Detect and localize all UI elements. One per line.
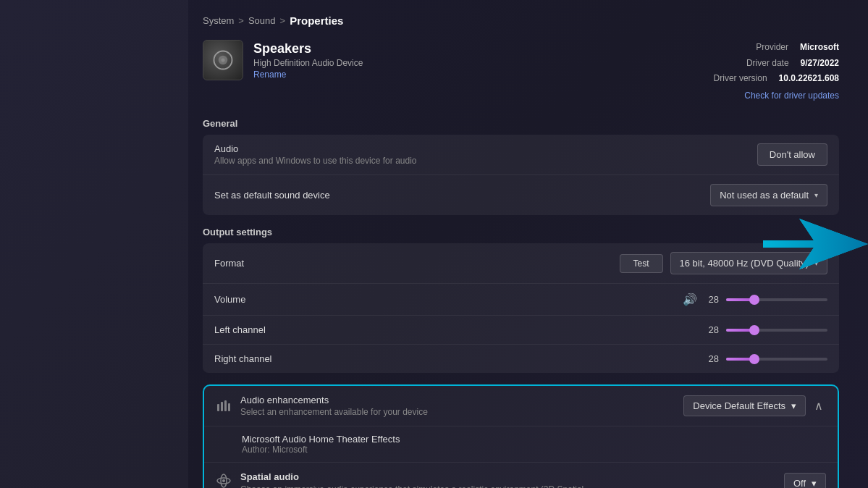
right-channel-slider[interactable] [726,358,827,361]
speaker-icon [212,49,234,71]
enh-sub-item: Microsoft Audio Home Theater Effects Aut… [204,426,838,463]
format-row: Format Test 16 bit, 48000 Hz (DVD Qualit… [203,243,839,284]
spatial-audio-icon [216,473,232,488]
volume-value: 28 [704,294,719,305]
device-subtitle: High Definition Audio Device [253,58,363,68]
spatial-off-dropdown[interactable]: Off ▾ [784,473,826,488]
equalizer-icon [216,398,232,414]
audio-label: Audio [214,143,417,154]
breadcrumb: System > Sound > Properties [203,14,839,27]
driver-date-value: 9/27/2022 [801,56,839,72]
test-button[interactable]: Test [620,254,663,273]
volume-row: Volume 🔊 28 [203,284,839,316]
device-icon [203,40,243,80]
driver-version-label: Driver version [714,71,767,87]
default-label: Set as default sound device [214,190,330,201]
right-channel-label: Right channel [214,353,272,364]
svg-point-9 [222,479,225,482]
svg-rect-4 [221,402,223,411]
default-dropdown[interactable]: Not used as a default ▾ [710,184,827,206]
audio-sub: Allow apps and Windows to use this devic… [214,156,417,166]
device-text: Speakers High Definition Audio Device Re… [253,41,363,80]
sidebar [0,0,188,488]
driver-date-label: Driver date [746,56,789,72]
enhancements-title: Audio enhancements [240,395,428,405]
svg-rect-6 [228,403,230,411]
driver-version-value: 10.0.22621.608 [779,71,839,87]
left-channel-label: Left channel [214,324,266,335]
svg-rect-3 [217,404,219,411]
volume-icon: 🔊 [683,293,697,306]
general-section-title: General [203,118,839,129]
left-slider-container: 28 [704,324,827,335]
output-block: Format Test 16 bit, 48000 Hz (DVD Qualit… [203,243,839,373]
check-driver-link[interactable]: Check for driver updates [744,91,839,101]
enh-dropdown-chevron-icon: ▾ [791,400,796,411]
enhancements-expand-button[interactable]: ∧ [812,396,826,416]
spatial-icon [216,473,232,488]
rename-link[interactable]: Rename [253,70,363,80]
sep2: > [280,15,286,26]
left-channel-row: Left channel 28 [203,316,839,345]
breadcrumb-system[interactable]: System [203,15,234,26]
right-value: 28 [704,353,719,364]
spatial-text: Spatial audio Choose an immersive audio … [240,471,588,488]
blue-arrow-icon [763,215,868,273]
spatial-chevron-icon: ▾ [812,478,817,488]
spatial-title: Spatial audio [240,471,588,482]
spatial-left: Spatial audio Choose an immersive audio … [216,471,588,488]
spatial-desc: Choose an immersive audio experience tha… [240,484,588,488]
enhancements-sub: Select an enhancement available for your… [240,407,428,417]
provider-value: Microsoft [800,40,839,56]
device-meta: Provider Microsoft Driver date 9/27/2022… [714,40,839,104]
breadcrumb-current: Properties [290,14,343,27]
volume-slider-container: 🔊 28 [683,293,827,306]
device-info: Speakers High Definition Audio Device Re… [203,40,363,80]
dont-allow-button[interactable]: Don't allow [757,143,827,166]
enh-sub-title: Microsoft Audio Home Theater Effects [242,434,826,445]
sep1: > [238,15,244,26]
device-name: Speakers [253,41,363,56]
breadcrumb-sound[interactable]: Sound [248,15,276,26]
spatial-off-value: Off [793,478,806,488]
default-row: Set as default sound device Not used as … [203,175,839,215]
default-chevron-icon: ▾ [814,191,818,199]
left-channel-slider[interactable] [726,329,827,332]
right-slider-container: 28 [704,353,827,364]
volume-slider[interactable] [726,298,827,301]
spatial-row: Spatial audio Choose an immersive audio … [204,463,838,488]
output-section-title: Output settings [203,227,839,237]
enhancements-icon [216,398,232,414]
enh-dropdown-value: Device Default Effects [693,400,785,411]
volume-label: Volume [214,294,245,305]
device-header: Speakers High Definition Audio Device Re… [203,40,839,104]
enhancements-block: Audio enhancements Select an enhancement… [203,384,839,488]
general-block: Audio Allow apps and Windows to use this… [203,135,839,215]
audio-row: Audio Allow apps and Windows to use this… [203,135,839,175]
format-label: Format [214,258,244,269]
enhancements-header: Audio enhancements Select an enhancement… [204,386,838,426]
blue-arrow-container [763,215,868,276]
left-value: 28 [704,324,719,335]
svg-rect-5 [224,400,227,411]
enh-sub-author: Author: Microsoft [242,445,826,455]
enh-left: Audio enhancements Select an enhancement… [216,395,428,417]
enh-right: Device Default Effects ▾ ∧ [683,395,826,416]
svg-point-2 [222,59,225,62]
default-value: Not used as a default [720,190,809,201]
svg-marker-11 [763,219,868,269]
enhancements-dropdown[interactable]: Device Default Effects ▾ [683,395,806,416]
provider-label: Provider [756,40,788,56]
right-channel-row: Right channel 28 [203,345,839,373]
